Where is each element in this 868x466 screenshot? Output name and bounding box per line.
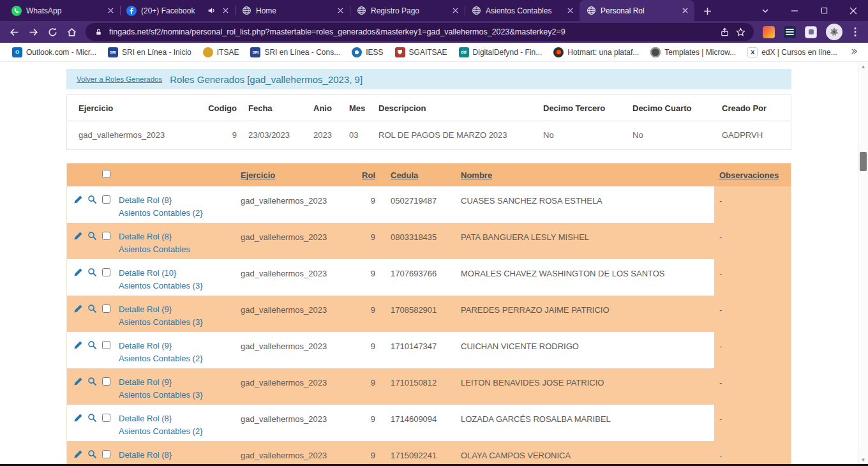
cell-nombre: CUASES SANCHEZ ROSA ESTHELA: [457, 186, 714, 223]
extension-icon[interactable]: [784, 26, 796, 38]
asientos-contables-link[interactable]: Asientos Contables (3}: [119, 280, 237, 292]
edit-pencil-icon[interactable]: [73, 449, 83, 459]
sort-header-ejercicio[interactable]: Ejercicio: [237, 170, 361, 180]
bookmark-hotmart[interactable]: Hotmart: una plataf...: [548, 45, 645, 59]
profile-avatar[interactable]: [826, 24, 842, 40]
tab-close-icon[interactable]: [105, 5, 116, 16]
bookmark-sgaitsae[interactable]: SGAITSAE: [389, 45, 453, 59]
scrollbar-thumb[interactable]: [860, 152, 867, 171]
row-select-cell: [98, 259, 119, 296]
forward-icon[interactable]: [24, 23, 42, 41]
sort-header-nombre[interactable]: Nombre: [457, 170, 714, 180]
new-tab-button[interactable]: [698, 2, 716, 20]
back-icon[interactable]: [5, 23, 23, 41]
extension-icon[interactable]: [763, 26, 775, 38]
extension-icon[interactable]: [805, 26, 817, 38]
page-scrollbar[interactable]: ▲ ▼: [858, 62, 868, 464]
bookmark-sri-consultas[interactable]: SRI en Línea - Cons...: [244, 45, 346, 59]
view-magnifier-icon[interactable]: [87, 230, 97, 241]
edit-pencil-icon[interactable]: [73, 230, 83, 241]
view-magnifier-icon[interactable]: [87, 412, 97, 423]
tab-whatsapp[interactable]: WhatsApp: [5, 0, 120, 21]
bookmark-star-icon[interactable]: [735, 27, 746, 38]
share-icon[interactable]: [719, 27, 730, 38]
row-checkbox[interactable]: [102, 232, 110, 240]
row-checkbox[interactable]: [102, 268, 110, 276]
detalle-rol-link[interactable]: Detalle Rol (8}: [119, 412, 237, 425]
reload-icon[interactable]: [43, 23, 61, 41]
asientos-contables-link[interactable]: Asientos Contables (3}: [119, 316, 237, 329]
site-icon: [586, 6, 596, 16]
home-icon[interactable]: [63, 23, 80, 41]
detalle-rol-link[interactable]: Detalle Rol (9}: [119, 340, 237, 352]
tab-close-icon[interactable]: [335, 5, 346, 16]
row-checkbox[interactable]: [102, 195, 110, 204]
detalle-rol-link[interactable]: Detalle Rol (8}: [119, 194, 237, 207]
sort-header-rol[interactable]: Rol: [361, 170, 387, 180]
minimize-button[interactable]: [780, 0, 809, 21]
detalle-rol-link[interactable]: Detalle Rol (10}: [119, 267, 237, 280]
tab-home[interactable]: Home: [235, 0, 350, 21]
tab-facebook[interactable]: (20+) Facebook: [120, 0, 235, 21]
edit-pencil-icon[interactable]: [73, 376, 83, 386]
detalle-rol-link[interactable]: Detalle Rol (9}: [119, 303, 237, 316]
bookmark-edx[interactable]: edX | Cursos en líne...: [742, 45, 843, 59]
view-magnifier-icon[interactable]: [87, 194, 97, 204]
url-bar[interactable]: fingads.net/sf2/nomina/personal_rol_list…: [86, 23, 754, 41]
detalle-rol-link[interactable]: Detalle Rol (8}: [119, 230, 237, 243]
scroll-down-arrow[interactable]: ▼: [858, 455, 868, 464]
row-checkbox[interactable]: [102, 414, 110, 422]
asientos-contables-link[interactable]: Asientos Contables: [119, 243, 237, 256]
bookmark-iess[interactable]: IESS: [346, 45, 389, 59]
edit-pencil-icon[interactable]: [73, 340, 83, 350]
view-magnifier-icon[interactable]: [87, 340, 97, 350]
view-magnifier-icon[interactable]: [87, 267, 97, 277]
edit-pencil-icon[interactable]: [73, 267, 83, 277]
detalle-rol-link[interactable]: Detalle Rol (9}: [119, 376, 237, 389]
tab-search-icon[interactable]: [751, 0, 780, 21]
bookmark-templates[interactable]: Templates | Microw...: [645, 45, 742, 59]
edit-pencil-icon[interactable]: [73, 412, 83, 423]
tab-close-icon[interactable]: [680, 5, 691, 16]
back-to-roles-link[interactable]: Volver a Roles Generados: [77, 75, 162, 83]
detalle-rol-link[interactable]: Detalle Rol (8}: [119, 449, 237, 462]
menu-icon[interactable]: [848, 23, 863, 41]
sort-header-observaciones[interactable]: Observaciones: [714, 170, 791, 180]
asientos-contables-link[interactable]: Asientos Contables (2}: [119, 425, 237, 438]
tab-personal-rol[interactable]: Personal Rol: [580, 0, 694, 21]
whatsapp-icon: [11, 6, 22, 16]
asientos-contables-link[interactable]: Asientos Contables (2}: [119, 352, 237, 365]
edit-pencil-icon[interactable]: [73, 194, 83, 204]
select-all-cell: [98, 169, 119, 181]
bookmark-outlook[interactable]: Outlook.com - Micr...: [6, 45, 102, 59]
audio-playing-icon[interactable]: [207, 6, 216, 15]
bookmark-sri-inicio[interactable]: SRI en Línea - Inicio: [102, 45, 197, 59]
sort-header-cedula[interactable]: Cedula: [387, 170, 457, 180]
select-all-checkbox[interactable]: [102, 170, 110, 178]
view-magnifier-icon[interactable]: [87, 303, 97, 313]
row-checkbox[interactable]: [102, 450, 110, 458]
lock-icon[interactable]: [93, 27, 104, 38]
edit-pencil-icon[interactable]: [73, 303, 83, 313]
row-checkbox[interactable]: [102, 304, 110, 313]
bookmarks-overflow-icon[interactable]: [847, 47, 862, 57]
detail-table-body: Detalle Rol (8} Asientos Contables (2} g…: [67, 186, 791, 464]
asientos-contables-link[interactable]: Asientos Contables (2}: [119, 207, 237, 220]
tab-asientos-contables[interactable]: Asientos Contables: [465, 0, 580, 21]
bookmark-digitaldefynd[interactable]: DigitalDefynd - Fin...: [453, 45, 548, 59]
asientos-contables-link[interactable]: Asientos Contables (3}: [119, 389, 237, 402]
view-magnifier-icon[interactable]: [87, 449, 97, 459]
url-text[interactable]: fingads.net/sf2/nomina/personal_rol_list…: [109, 27, 714, 36]
maximize-button[interactable]: [809, 0, 839, 21]
row-checkbox[interactable]: [102, 377, 110, 386]
view-magnifier-icon[interactable]: [87, 376, 97, 386]
column-header: Ejercicio: [67, 95, 206, 121]
scroll-up-arrow[interactable]: ▲: [858, 62, 868, 71]
tab-registro-pago[interactable]: Registro Pago: [350, 0, 465, 21]
close-button[interactable]: [839, 0, 868, 21]
row-checkbox[interactable]: [102, 341, 110, 349]
tab-close-icon[interactable]: [450, 5, 461, 16]
tab-close-icon[interactable]: [220, 5, 231, 16]
bookmark-itsae[interactable]: ITSAE: [197, 45, 245, 59]
tab-close-icon[interactable]: [565, 5, 576, 16]
